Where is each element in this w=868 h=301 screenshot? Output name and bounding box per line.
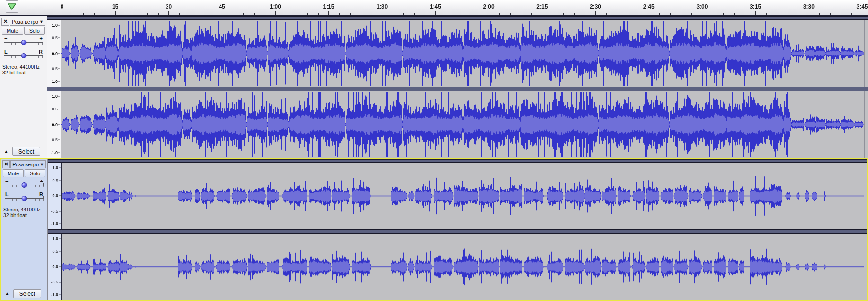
scale-tick	[58, 96, 60, 97]
scale-label: 0.5	[52, 36, 58, 40]
pan-left-label: L	[5, 192, 9, 197]
timeline-ruler-canvas[interactable]	[0, 0, 868, 15]
vertical-scale[interactable]: 1.00.50.0-0.5-1.0	[47, 91, 61, 158]
left-channel: 1.00.50.0-0.5-1.0	[47, 20, 868, 87]
track-2-channels: 1.00.50.0-0.5-1.0 1.00.50.0-0.5-1.0	[48, 159, 867, 300]
scale-tick	[59, 196, 61, 196]
scale-label: -0.5	[51, 280, 58, 284]
close-track-icon[interactable]: ✕	[1, 18, 9, 26]
track-name-dropdown[interactable]: Роза ветро ▼	[10, 18, 45, 26]
track-name-dropdown[interactable]: Роза ветро ▼	[10, 160, 46, 168]
track-resize-handle[interactable]	[48, 159, 867, 163]
close-track-icon[interactable]: ✕	[2, 160, 10, 168]
scale-label: 1.0	[52, 165, 58, 170]
track-resize-handle[interactable]	[47, 16, 868, 20]
right-channel: 1.00.50.0-0.5-1.0	[47, 91, 868, 158]
select-button[interactable]: Select	[13, 289, 41, 298]
track-1-control-panel: ✕ Роза ветро ▼ Mute Solo − + L R	[0, 16, 47, 158]
scale-tick	[59, 180, 61, 181]
scale-tick	[58, 53, 60, 54]
track-format-info: Stereo, 44100Hz 32-bit float	[3, 207, 45, 218]
gain-slider-thumb[interactable]	[21, 40, 26, 45]
scale-label: -1.0	[50, 150, 58, 155]
track-format-info: Stereo, 44100Hz 32-bit float	[2, 64, 45, 75]
waveform-left-channel[interactable]	[61, 20, 868, 87]
scale-label: 0.5	[52, 107, 58, 111]
scale-label: -0.5	[50, 66, 58, 71]
scale-label: 0.0	[52, 122, 58, 127]
scale-label: -0.5	[50, 137, 58, 142]
scale-tick	[59, 211, 61, 211]
scale-tick	[58, 109, 60, 109]
pan-slider[interactable]: L R	[5, 192, 44, 204]
scale-label: -1.0	[50, 79, 58, 84]
mute-button[interactable]: Mute	[3, 169, 24, 177]
scale-label: 0.5	[52, 178, 58, 183]
channel-separator[interactable]	[48, 229, 867, 234]
pan-slider[interactable]: L R	[4, 49, 43, 61]
waveform-right-channel[interactable]	[62, 234, 867, 301]
scale-tick	[58, 68, 60, 69]
pan-left-label: L	[4, 49, 8, 55]
solo-button[interactable]: Solo	[24, 27, 45, 35]
track-2: ✕ Роза ветро ▼ Mute Solo − + L R	[0, 158, 868, 301]
waveform-right-channel[interactable]	[61, 91, 868, 158]
track-1: ✕ Роза ветро ▼ Mute Solo − + L R	[0, 15, 868, 158]
timeline-ruler[interactable]	[0, 0, 868, 15]
scale-tick	[59, 168, 61, 168]
dropdown-caret-icon: ▼	[39, 19, 44, 24]
right-channel: 1.00.50.0-0.5-1.0	[48, 234, 867, 301]
vertical-scale[interactable]: 1.00.50.0-0.5-1.0	[47, 20, 61, 87]
scale-label: 0.0	[52, 265, 58, 269]
vertical-scale[interactable]: 1.00.50.0-0.5-1.0	[48, 234, 62, 301]
audacity-window: ✕ Роза ветро ▼ Mute Solo − + L R	[0, 0, 868, 301]
track-1-channels: 1.00.50.0-0.5-1.0 1.00.50.0-0.5-1.0	[47, 16, 868, 158]
waveform-left-channel[interactable]	[62, 163, 867, 229]
scale-label: 0.0	[52, 51, 58, 56]
scale-tick	[59, 282, 61, 283]
scale-tick	[58, 25, 60, 26]
scale-tick	[59, 224, 61, 224]
scale-label: -0.5	[51, 209, 58, 214]
gain-slider-thumb[interactable]	[22, 182, 27, 188]
scale-tick	[58, 139, 60, 140]
track-name: Роза ветро	[12, 19, 38, 25]
scale-label: 1.0	[52, 237, 58, 241]
scale-tick	[59, 266, 61, 267]
solo-button[interactable]: Solo	[25, 169, 45, 177]
scale-label: -1.0	[51, 221, 58, 226]
track-name: Роза ветро	[12, 162, 39, 167]
gain-slider[interactable]: − +	[5, 179, 44, 191]
collapse-track-icon[interactable]: ▲	[2, 290, 12, 298]
scale-tick	[58, 38, 60, 38]
scale-tick	[59, 238, 61, 239]
collapse-track-icon[interactable]: ▲	[1, 147, 11, 156]
track-2-control-panel: ✕ Роза ветро ▼ Mute Solo − + L R	[1, 159, 48, 300]
mute-button[interactable]: Mute	[2, 27, 23, 35]
scale-label: 0.0	[52, 193, 58, 198]
scale-label: 0.5	[52, 249, 58, 254]
green-triangle-icon	[7, 2, 17, 11]
pan-slider-thumb[interactable]	[22, 196, 27, 201]
scale-tick	[58, 81, 60, 82]
scale-tick	[59, 251, 61, 252]
scale-label: 1.0	[52, 23, 58, 27]
dropdown-caret-icon: ▼	[40, 162, 44, 167]
gain-minus-label: −	[4, 36, 7, 41]
scale-label: 1.0	[52, 94, 58, 99]
gain-minus-label: −	[5, 178, 8, 184]
pan-slider-thumb[interactable]	[21, 53, 26, 58]
scale-label: -1.0	[51, 292, 58, 297]
scale-tick	[58, 124, 60, 125]
gain-slider[interactable]: − +	[4, 36, 43, 48]
channel-separator[interactable]	[47, 87, 868, 91]
pan-right-label: R	[39, 192, 43, 197]
select-button[interactable]: Select	[12, 147, 40, 156]
vertical-scale[interactable]: 1.00.50.0-0.5-1.0	[48, 163, 62, 229]
scale-tick	[59, 294, 61, 295]
left-channel: 1.00.50.0-0.5-1.0	[48, 163, 867, 229]
scale-tick	[58, 152, 60, 153]
timeline-options-button[interactable]	[6, 0, 18, 13]
pan-right-label: R	[39, 49, 43, 55]
